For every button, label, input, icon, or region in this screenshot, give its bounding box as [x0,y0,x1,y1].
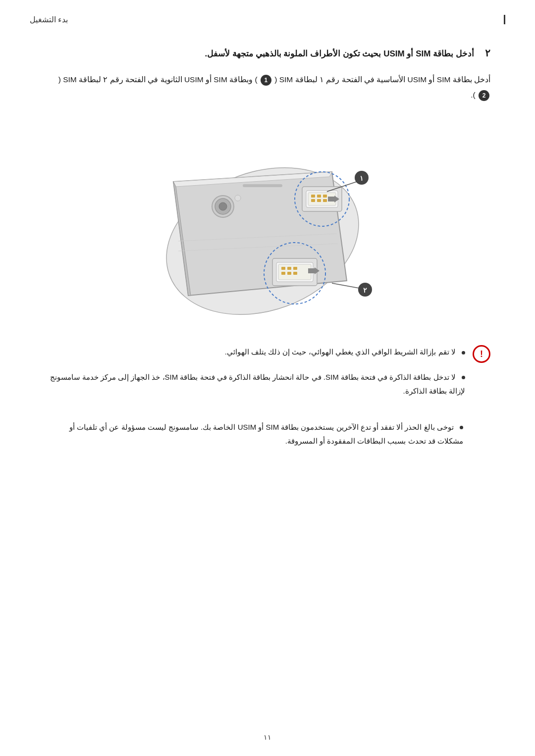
bullet-item-3: توخى بالغ الحذر ألا تفقد أو تدع الآخرين … [45,420,463,449]
svg-text:١: ١ [360,174,364,182]
bullet-text-3: توخى بالغ الحذر ألا تفقد أو تدع الآخرين … [45,420,463,449]
step-subpara: أدخل بطاقة SIM أو USIM الأساسية في الفتح… [45,72,490,102]
svg-rect-27 [287,267,291,270]
svg-rect-14 [323,195,327,198]
header-title: بدء التشغيل [30,15,68,24]
bullet-text-2: لا تدخل بطاقة الذاكرة في فتحة بطاقة SIM.… [45,370,465,399]
page-container: بدء التشغيل ٢ أدخل بطاقة SIM أو USIM بحي… [0,0,535,756]
svg-rect-31 [293,272,297,275]
sim-badge-1: 1 [261,75,271,86]
svg-line-33 [332,283,359,288]
sub-text-part3: ). [471,91,475,99]
bullet-dot-1 [462,351,465,354]
svg-rect-12 [311,195,315,198]
svg-rect-13 [317,195,321,198]
warning-container: ! لا تقم بإزالة الشريط الواقي الذي يغطي … [45,345,490,409]
warnings-section: ! لا تقم بإزالة الشريط الواقي الذي يغطي … [45,345,490,449]
svg-rect-30 [287,272,291,275]
bullet-item-1: لا تقم بإزالة الشريط الواقي الذي يغطي ال… [45,345,465,359]
bullet-text-1: لا تقم بإزالة الشريط الواقي الذي يغطي ال… [45,345,465,359]
sub-text-part2: ) وبطاقة SIM أو USIM الثانوية في الفتحة … [58,75,258,84]
step-heading: ٢ أدخل بطاقة SIM أو USIM بحيث تكون الأطر… [45,44,490,62]
svg-text:٢: ٢ [363,286,367,294]
svg-rect-29 [281,272,285,275]
svg-point-3 [219,202,227,210]
sub-text-part1: أدخل بطاقة SIM أو USIM الأساسية في الفتح… [274,75,490,84]
step-number: ٢ [485,48,490,58]
svg-rect-16 [317,199,321,202]
sim-badge-2: 2 [479,90,489,101]
diagram-area: ١ [45,117,490,325]
main-content: ٢ أدخل بطاقة SIM أو USIM بحيث تكون الأطر… [30,44,505,449]
device-diagram: ١ [99,122,436,320]
warning-bullets: لا تقم بإزالة الشريط الواقي الذي يغطي ال… [45,345,465,409]
bullet-item-2: لا تدخل بطاقة الذاكرة في فتحة بطاقة SIM.… [45,370,465,399]
svg-rect-26 [281,267,285,270]
svg-rect-17 [323,199,327,202]
warning-icon: ! [473,345,490,363]
page-number: ١١ [264,733,271,741]
step-main-text: أدخل بطاقة SIM أو USIM بحيث تكون الأطراف… [205,49,474,58]
bullet-dot-2 [462,376,465,379]
bullet-dot-3 [460,426,463,429]
svg-rect-28 [293,267,297,270]
page-header: بدء التشغيل [30,15,505,24]
svg-point-4 [235,195,241,201]
svg-rect-15 [311,199,315,202]
svg-rect-5 [243,184,282,187]
